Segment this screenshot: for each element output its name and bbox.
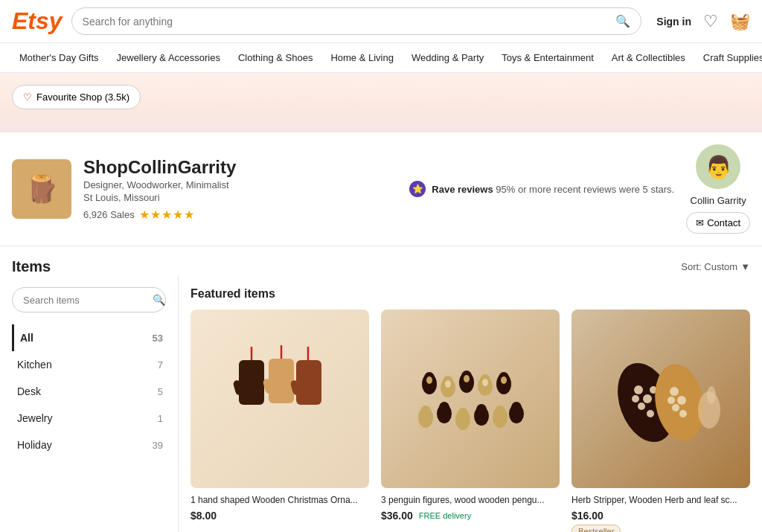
nav-item-mothers-day[interactable]: Mother's Day Gifts bbox=[12, 48, 106, 68]
basket-icon[interactable]: 🧺 bbox=[730, 12, 750, 31]
nav-item-clothing[interactable]: Clothing & Shoes bbox=[231, 48, 320, 68]
svg-point-29 bbox=[464, 375, 470, 382]
price-value-3: $16.00 bbox=[572, 510, 603, 522]
search-items-icon: 🔍 bbox=[153, 294, 165, 306]
svg-point-50 bbox=[643, 394, 652, 403]
owner-avatar: 👨 bbox=[696, 144, 740, 189]
price-value-1: $8.00 bbox=[190, 510, 217, 522]
owner-name: Collin Garrity bbox=[691, 195, 746, 206]
svg-rect-5 bbox=[245, 365, 251, 389]
nav-item-art[interactable]: Art & Collectibles bbox=[604, 48, 693, 68]
price-value-2: $36.00 bbox=[381, 510, 413, 522]
featured-label: Featured items bbox=[190, 287, 750, 301]
penguins-svg bbox=[411, 339, 530, 458]
category-item-jewelry[interactable]: Jewelry 1 bbox=[12, 405, 166, 432]
shop-details: ShopCollinGarrity Designer, Woodworker, … bbox=[83, 157, 368, 222]
svg-rect-19 bbox=[314, 371, 319, 389]
nav-item-home[interactable]: Home & Living bbox=[323, 48, 401, 68]
contact-label: Contact bbox=[707, 217, 740, 228]
product-title-3: Herb Stripper, Wooden Herb and leaf sc..… bbox=[572, 494, 750, 507]
svg-point-58 bbox=[672, 404, 679, 411]
heart-icon: ♡ bbox=[23, 92, 32, 103]
svg-point-23 bbox=[426, 376, 432, 384]
shop-location: St Louis, Missouri bbox=[83, 192, 368, 203]
svg-point-56 bbox=[670, 387, 679, 396]
sales-count: 6,926 Sales bbox=[83, 209, 135, 220]
message-icon: ✉ bbox=[696, 217, 704, 228]
bestseller-badge: Bestseller bbox=[572, 525, 621, 532]
category-label: Holiday bbox=[17, 439, 52, 451]
product-card-3[interactable]: Herb Stripper, Wooden Herb and leaf sc..… bbox=[572, 310, 750, 532]
rave-desc: 95% or more recent reviews were 5 stars. bbox=[496, 184, 674, 195]
items-page-header: Items Sort: Custom ▼ bbox=[0, 246, 762, 275]
search-input[interactable] bbox=[83, 16, 616, 28]
svg-point-51 bbox=[638, 403, 645, 410]
svg-rect-11 bbox=[275, 364, 281, 388]
svg-point-60 bbox=[667, 397, 675, 404]
sign-in-button[interactable]: Sign in bbox=[656, 16, 691, 28]
svg-point-45 bbox=[495, 406, 505, 417]
nav-item-jewellery[interactable]: Jewellery & Accessories bbox=[109, 48, 228, 68]
svg-point-53 bbox=[632, 395, 639, 403]
svg-point-49 bbox=[634, 385, 643, 394]
product-title-2: 3 penguin figures, wood wooden pengu... bbox=[381, 494, 560, 507]
shop-sales: 6,926 Sales ★★★★★ bbox=[83, 208, 368, 222]
category-count: 53 bbox=[153, 333, 163, 344]
product-card-2[interactable]: 3 penguin figures, wood wooden pengu... … bbox=[381, 310, 560, 532]
category-label: Jewelry bbox=[17, 412, 52, 424]
svg-point-39 bbox=[439, 402, 449, 414]
rave-reviews: ⭐ Rave reviews 95% or more recent review… bbox=[409, 181, 674, 197]
rave-icon: ⭐ bbox=[409, 181, 426, 197]
contact-button[interactable]: ✉ Contact bbox=[686, 212, 750, 234]
favourite-shop-button[interactable]: ♡ Favourite Shop (3.5k) bbox=[12, 85, 141, 109]
wishlist-icon[interactable]: ♡ bbox=[703, 12, 718, 31]
search-bar: 🔍 bbox=[71, 7, 642, 35]
sort-chevron-icon: ▼ bbox=[740, 261, 750, 272]
product-title-1: 1 hand shaped Wooden Christmas Orna... bbox=[190, 494, 369, 507]
etsy-logo: Etsy bbox=[12, 7, 63, 35]
category-list: All 53 Kitchen 7 Desk 5 Jewelry 1 Holida… bbox=[12, 324, 166, 458]
svg-rect-17 bbox=[302, 365, 308, 389]
product-grid: 1 hand shaped Wooden Christmas Orna... $… bbox=[190, 310, 750, 532]
product-image-1 bbox=[190, 310, 369, 488]
product-image-2 bbox=[381, 310, 560, 488]
svg-rect-18 bbox=[308, 367, 314, 389]
svg-point-52 bbox=[647, 410, 654, 417]
site-header: Etsy 🔍 Sign in ♡ 🧺 bbox=[0, 0, 762, 43]
category-item-desk[interactable]: Desk 5 bbox=[12, 378, 166, 405]
shop-avatar-placeholder: 🪵 bbox=[25, 173, 59, 205]
category-item-kitchen[interactable]: Kitchen 7 bbox=[12, 351, 166, 378]
search-button[interactable]: 🔍 bbox=[615, 14, 630, 28]
svg-point-37 bbox=[420, 406, 431, 417]
product-card-1[interactable]: 1 hand shaped Wooden Christmas Orna... $… bbox=[190, 310, 369, 532]
header-actions: Sign in ♡ 🧺 bbox=[656, 12, 750, 31]
sort-control[interactable]: Sort: Custom ▼ bbox=[681, 261, 750, 272]
category-label: All bbox=[20, 332, 33, 344]
main-area: 🔍 All 53 Kitchen 7 Desk 5 Jewelry 1 Holi… bbox=[0, 275, 762, 532]
category-label: Kitchen bbox=[17, 359, 52, 371]
category-item-all[interactable]: All 53 bbox=[12, 324, 166, 351]
product-image-3 bbox=[572, 310, 750, 488]
hand-ornament-svg bbox=[220, 339, 339, 458]
nav-item-wedding[interactable]: Wedding & Party bbox=[404, 48, 491, 68]
shop-tagline: Designer, Woodworker, Minimalist bbox=[83, 179, 368, 190]
svg-rect-7 bbox=[257, 371, 262, 389]
search-items-box: 🔍 bbox=[12, 287, 166, 313]
svg-point-47 bbox=[511, 402, 522, 414]
category-item-holiday[interactable]: Holiday 39 bbox=[12, 432, 166, 458]
product-price-2: $36.00 FREE delivery bbox=[381, 510, 560, 522]
nav-item-craft[interactable]: Craft Supplies bbox=[696, 48, 762, 68]
search-items-input[interactable] bbox=[23, 295, 148, 306]
category-count: 5 bbox=[158, 386, 163, 397]
product-price-3: $16.00 bbox=[572, 510, 750, 522]
category-count: 39 bbox=[153, 440, 163, 451]
owner-avatar-placeholder: 👨 bbox=[705, 154, 732, 180]
svg-point-26 bbox=[445, 380, 451, 388]
shop-info: 🪵 ShopCollinGarrity Designer, Woodworker… bbox=[0, 132, 762, 246]
svg-point-62 bbox=[707, 386, 716, 404]
sort-label: Sort: Custom bbox=[681, 261, 737, 272]
main-nav: Mother's Day Gifts Jewellery & Accessori… bbox=[0, 43, 762, 73]
product-price-1: $8.00 bbox=[190, 510, 369, 522]
nav-item-toys[interactable]: Toys & Entertainment bbox=[494, 48, 601, 68]
svg-point-35 bbox=[501, 376, 507, 384]
